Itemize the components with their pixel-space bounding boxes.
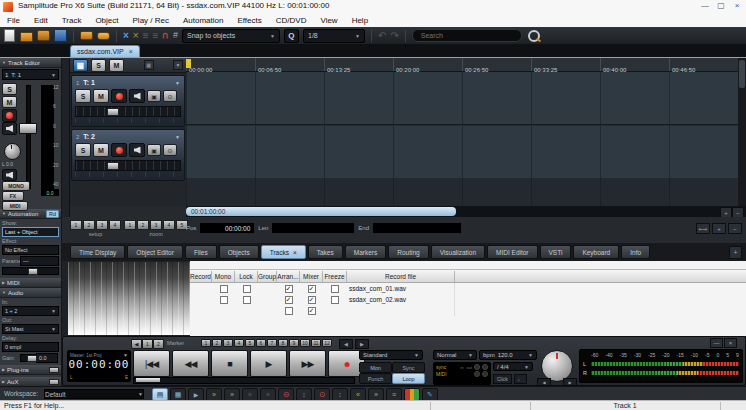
dock-tab[interactable]: Keyboard [573, 245, 619, 259]
column-header[interactable]: Mono [212, 271, 235, 282]
menu-item[interactable]: Track [55, 16, 89, 25]
snap-magnet-icon[interactable]: ∪ [162, 29, 169, 42]
track-lane[interactable] [186, 72, 738, 125]
freeze-icon[interactable]: ▣ [147, 144, 161, 156]
marker-number-button[interactable]: 11 [311, 339, 321, 347]
zoom-preset-button[interactable]: 2 [137, 220, 149, 230]
setup-preset-button[interactable]: 4 [109, 220, 121, 230]
chevron-down-icon[interactable]: ▼ [175, 80, 180, 86]
menu-item[interactable]: Object [88, 16, 125, 25]
marker-number-button[interactable]: 6 [256, 339, 266, 347]
automation-slider[interactable] [2, 267, 59, 275]
mixer-checkbox[interactable] [308, 307, 316, 315]
quantize-button[interactable]: Q [284, 29, 299, 43]
chevron-down-icon[interactable]: ▼ [173, 60, 183, 70]
menu-item[interactable]: CD/DVD [269, 16, 314, 25]
column-header[interactable]: Arran... [277, 271, 300, 282]
zoom-preset-button[interactable]: 3 [150, 220, 162, 230]
arrange-checkbox[interactable] [285, 307, 293, 315]
track-list-icon[interactable]: ≡ [143, 29, 149, 42]
solo-button[interactable]: S [75, 89, 91, 103]
settings-gear-icon[interactable]: ⊙ [163, 90, 177, 102]
marker-number-button[interactable]: 1 [201, 339, 211, 347]
lock-checkbox[interactable] [243, 296, 251, 304]
marker-nav-button[interactable]: ◀ [339, 339, 353, 349]
redo-icon[interactable]: ↷ [390, 29, 398, 42]
dock-tab[interactable]: MIDI Editor [487, 245, 538, 259]
punch-mode-button[interactable]: Punch [359, 373, 392, 384]
freeze-checkbox[interactable] [331, 285, 339, 293]
record-arm-button[interactable] [2, 109, 17, 122]
setup-preset-button[interactable]: 2 [83, 220, 95, 230]
parameter-box[interactable]: — [20, 256, 59, 266]
marker-number-button[interactable]: 10 [300, 339, 310, 347]
crossfade-tool-icon[interactable]: × [133, 29, 139, 42]
zoom-preset-button[interactable]: 4 [163, 220, 175, 230]
column-header[interactable]: Record [190, 271, 212, 282]
midi-section-header[interactable]: ▶ MIDI [0, 278, 61, 288]
add-dock-tab-button[interactable]: + [729, 246, 742, 259]
mute-button[interactable]: M [2, 96, 17, 108]
dock-tab[interactable]: Objects [219, 245, 259, 259]
range-recall-icon[interactable]: ◀ [131, 339, 142, 349]
marker-number-button[interactable]: 8 [278, 339, 288, 347]
menu-item[interactable]: Help [345, 16, 375, 25]
table-row[interactable] [190, 305, 746, 316]
menu-item[interactable]: File [0, 16, 27, 25]
track-lane[interactable] [186, 126, 738, 179]
marker-number-button[interactable]: 9 [289, 339, 299, 347]
close-button[interactable]: × [730, 1, 744, 10]
track-options-icon[interactable]: ▦ [144, 60, 154, 70]
column-header[interactable]: Group [258, 271, 277, 282]
search-input[interactable] [412, 29, 522, 42]
sync-mode-button[interactable]: Sync [392, 362, 425, 373]
column-header[interactable]: Freeze [323, 271, 347, 282]
freeze-checkbox[interactable] [331, 296, 339, 304]
arranger-lanes[interactable] [186, 72, 738, 206]
close-icon[interactable]: × [293, 249, 297, 256]
marker-number-button[interactable]: 7 [267, 339, 277, 347]
marker-nav-button[interactable]: ▶ [355, 339, 369, 349]
glue-tool-icon[interactable] [80, 29, 93, 42]
time-format-dropdown[interactable]: Master: 1st Proj▼ [68, 351, 130, 358]
quantize-dropdown[interactable]: 1/8 ▼ [303, 29, 365, 43]
mixer-checkbox[interactable] [308, 296, 316, 304]
snap-mode-dropdown[interactable]: Snap to objects ▼ [182, 29, 280, 43]
time-display[interactable]: Master: 1st Proj▼ 00:00:00 L E [67, 350, 131, 382]
fit-view-icon[interactable]: ⟷ [696, 223, 710, 234]
workspace-dropdown[interactable]: Default▼ [44, 389, 144, 399]
time-signature-dropdown[interactable]: / 4/4▼ [493, 362, 533, 371]
close-icon[interactable]: × [129, 48, 133, 55]
settings-gear-icon[interactable]: ⊙ [163, 144, 177, 156]
volume-slider-handle[interactable] [107, 162, 119, 170]
record-device-dropdown[interactable]: Standard▼ [359, 350, 423, 360]
record-file-name[interactable]: ssdax_com_02.wav [347, 294, 455, 305]
range-tool-icon[interactable] [97, 29, 110, 42]
audio-section-header[interactable]: ▼ Audio [0, 288, 61, 298]
minimize-icon[interactable]: — [710, 338, 723, 348]
setup-preset-button[interactable]: 1 [70, 220, 82, 230]
mute-button[interactable]: M [93, 143, 109, 157]
audio-in-dropdown[interactable]: 1 + 2▼ [2, 306, 59, 316]
tempo-mode-dropdown[interactable]: Normal▼ [433, 350, 477, 360]
search-icon[interactable] [528, 30, 540, 42]
volume-fader-handle[interactable] [19, 123, 37, 134]
midi-button[interactable]: MIDI [2, 201, 28, 211]
pos-value[interactable]: 00:00:00 [200, 223, 254, 233]
record-arm-button[interactable] [111, 89, 127, 103]
effect-dropdown[interactable]: No Effect [2, 245, 59, 255]
transport-button[interactable]: ▶ [250, 350, 287, 377]
transport-button[interactable]: |◀◀ [133, 350, 170, 377]
monitor-button[interactable] [129, 143, 145, 157]
solo-button[interactable]: S [2, 83, 17, 95]
len-value[interactable] [272, 223, 354, 233]
loop-mode-button[interactable]: Loop [392, 373, 425, 384]
show-dropdown[interactable]: Last + Object [2, 227, 59, 237]
track-selector[interactable]: 1 T: 1 ▼ [2, 69, 59, 80]
table-row[interactable]: ssdax_com_02.wav [190, 294, 746, 305]
setup-preset-button[interactable]: 3 [96, 220, 108, 230]
menu-item[interactable]: Automation [176, 16, 230, 25]
record-file-name[interactable] [347, 305, 455, 316]
track-header[interactable]: 1 T: 1 ▼ S M ▣ ⊙ [71, 75, 185, 127]
transport-button[interactable]: ◀◀ [172, 350, 209, 377]
